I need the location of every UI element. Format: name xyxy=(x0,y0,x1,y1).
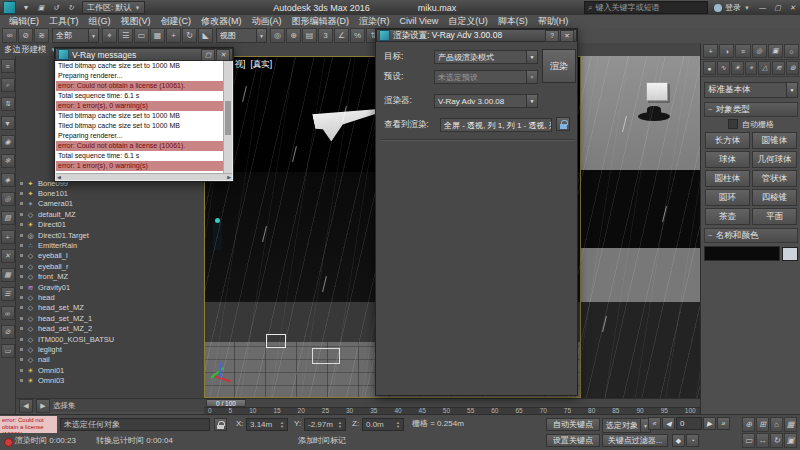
view-to-render-dropdown[interactable]: 全屏 - 透视, 列 1, 列 1 - 透视, 列 ▼ xyxy=(440,118,552,132)
scene-object-row[interactable]: Omni01 xyxy=(16,365,204,375)
close-button[interactable]: ✕ xyxy=(216,49,230,61)
primitive-button[interactable]: 圆锥体 xyxy=(752,132,797,149)
workspace-selector[interactable]: 工作区: 默认 ▼ xyxy=(82,1,145,14)
prev-page-icon[interactable]: ◀ xyxy=(19,399,33,413)
select-by-name-icon[interactable]: ☰ xyxy=(118,28,133,43)
maximize-viewport-icon[interactable]: ▣ xyxy=(784,433,797,448)
menu-item[interactable]: 渲染(R) xyxy=(354,15,395,28)
select-and-manipulate-icon[interactable]: ⊕ xyxy=(286,28,301,43)
menu-item[interactable]: 组(G) xyxy=(84,15,116,28)
select-and-scale-icon[interactable]: ◣ xyxy=(198,28,213,43)
object-name-field[interactable] xyxy=(704,246,780,261)
undo-icon[interactable]: ↺ xyxy=(50,2,62,13)
zoom-region-icon[interactable]: ▭ xyxy=(742,433,755,448)
find-icon[interactable]: ⌕ xyxy=(1,78,15,92)
name-color-rollout[interactable]: − 名称和颜色 xyxy=(704,228,798,243)
scene-object-row[interactable]: eyeball_l xyxy=(16,251,204,261)
menu-item[interactable]: 工具(T) xyxy=(44,15,84,28)
x-coordinate-field[interactable]: 3.14m▲▼ xyxy=(246,418,288,431)
select-object-icon[interactable]: ⌖ xyxy=(102,28,117,43)
hide-icon[interactable]: ◉ xyxy=(1,135,15,149)
close-button[interactable]: ✕ xyxy=(786,2,799,13)
menu-item[interactable]: 编辑(E) xyxy=(4,15,44,28)
scene-object-row[interactable]: Gravity01 xyxy=(16,282,204,292)
save-icon[interactable]: ▣ xyxy=(35,2,47,13)
target-dropdown[interactable]: 产品级渲染模式 ▼ xyxy=(434,50,538,64)
preset-dropdown[interactable]: 未选定预设 ▼ xyxy=(434,70,538,84)
vray-log[interactable]: Tiled bitmap cache size set to 1000 MBPr… xyxy=(56,61,224,173)
pin-icon[interactable]: ◎ xyxy=(1,192,15,206)
angle-snap-icon[interactable]: ∠ xyxy=(334,28,349,43)
vray-window-titlebar[interactable]: V-Ray messages ▢✕ xyxy=(55,48,233,61)
pan-icon[interactable]: ↔ xyxy=(756,433,769,448)
menu-item[interactable]: 帮助(H) xyxy=(533,15,574,28)
spinner-icon[interactable]: ▲▼ xyxy=(280,421,284,429)
next-page-icon[interactable]: ▶ xyxy=(36,399,50,413)
primitive-button[interactable]: 四棱锥 xyxy=(752,189,797,206)
hierarchy-tab-icon[interactable]: ≡ xyxy=(735,44,750,58)
scene-object-row[interactable]: EmitterRain xyxy=(16,240,204,250)
scroll-right-icon[interactable]: ▶ xyxy=(227,174,231,180)
search-input[interactable]: ⌕ 键入关键字或短语 xyxy=(584,1,708,14)
orbit-icon[interactable]: ↻ xyxy=(770,433,783,448)
shapes-category-icon[interactable]: ∿ xyxy=(717,61,730,75)
application-menu-icon[interactable]: ▼ xyxy=(20,2,32,13)
scene-object-row[interactable]: nail xyxy=(16,355,204,365)
scene-object-row[interactable]: Camera01 xyxy=(16,199,204,209)
scene-object-row[interactable]: Omni03 xyxy=(16,375,204,385)
scene-object-row[interactable]: head_set_MZ xyxy=(16,303,204,313)
link-icon[interactable]: ∞ xyxy=(1,306,15,320)
helpers-category-icon[interactable]: △ xyxy=(758,61,771,75)
auto-key-button[interactable]: 自动关键点 xyxy=(546,418,600,431)
menu-item[interactable]: 脚本(S) xyxy=(493,15,533,28)
primitive-button[interactable]: 长方体 xyxy=(705,132,750,149)
key-mode-icon[interactable]: ◆ xyxy=(672,434,685,447)
utilities-tab-icon[interactable]: ☼ xyxy=(784,44,799,58)
filter-icon[interactable]: ▼ xyxy=(1,116,15,130)
z-coordinate-field[interactable]: 0.0m▲▼ xyxy=(362,418,404,431)
scene-object-row[interactable]: default_MZ xyxy=(16,209,204,219)
primitive-button[interactable]: 圆柱体 xyxy=(705,170,750,187)
render-dialog-titlebar[interactable]: 渲染设置: V-Ray Adv 3.00.08 ? ✕ xyxy=(376,29,577,42)
primitive-button[interactable]: 圆环 xyxy=(705,189,750,206)
primitive-category-dropdown[interactable]: 标准基本体 ▼ xyxy=(704,82,798,98)
modify-tab-icon[interactable]: ◑ xyxy=(719,44,734,58)
create-tab-icon[interactable]: + xyxy=(703,44,718,58)
selection-lock-icon[interactable] xyxy=(214,418,227,431)
go-to-end-button[interactable]: » xyxy=(717,417,730,430)
primitive-button[interactable]: 茶壶 xyxy=(705,208,750,225)
sign-in-button[interactable]: 登录 ▼ xyxy=(714,2,750,13)
geometry-category-icon[interactable]: ● xyxy=(703,61,716,75)
add-time-tag[interactable]: 添加时间标记 xyxy=(298,434,346,447)
play-button[interactable]: ▶ xyxy=(703,417,716,430)
percent-snap-icon[interactable]: % xyxy=(350,28,365,43)
primitive-button[interactable]: 管状体 xyxy=(752,170,797,187)
menu-item[interactable]: 图形编辑器(D) xyxy=(287,15,355,28)
scene-object-row[interactable]: head_set_MZ_2 xyxy=(16,323,204,333)
time-configuration-icon[interactable]: ◔ xyxy=(686,434,699,447)
settings-icon[interactable]: ☰ xyxy=(1,287,15,301)
zoom-extents-all-icon[interactable]: ▦ xyxy=(784,417,797,432)
go-to-start-button[interactable]: « xyxy=(648,417,661,430)
vertical-scrollbar[interactable] xyxy=(223,61,232,173)
bind-to-spacewarp-icon[interactable]: ≋ xyxy=(34,28,49,43)
explorer-menu-icon[interactable]: ≡ xyxy=(1,59,15,73)
lock-icon[interactable]: ◈ xyxy=(1,173,15,187)
object-type-rollout[interactable]: − 对象类型 xyxy=(704,102,798,117)
spacewarps-category-icon[interactable]: ≋ xyxy=(772,61,785,75)
use-pivot-center-icon[interactable]: ◎ xyxy=(270,28,285,43)
scene-object-row[interactable]: front_MZ xyxy=(16,272,204,282)
previous-frame-button[interactable]: ◀ xyxy=(662,417,675,430)
snap-toggle-3d-icon[interactable]: 3 xyxy=(318,28,333,43)
select-and-link-icon[interactable]: ∞ xyxy=(2,28,17,43)
y-coordinate-field[interactable]: -2.97m▲▼ xyxy=(304,418,346,431)
unlink-selection-icon[interactable]: ⊘ xyxy=(18,28,33,43)
display-tab-icon[interactable]: ▣ xyxy=(768,44,783,58)
maxscript-mini-listener[interactable]: error: Could not obtain a license (10061… xyxy=(0,416,57,433)
systems-category-icon[interactable]: ⊛ xyxy=(786,61,799,75)
spinner-icon[interactable]: ▲▼ xyxy=(396,421,400,429)
redo-icon[interactable]: ↻ xyxy=(65,2,77,13)
scene-object-row[interactable]: Direct01.Target xyxy=(16,230,204,240)
scene-object-row[interactable]: leglight xyxy=(16,344,204,354)
scene-object-row[interactable]: Bone101 xyxy=(16,188,204,198)
